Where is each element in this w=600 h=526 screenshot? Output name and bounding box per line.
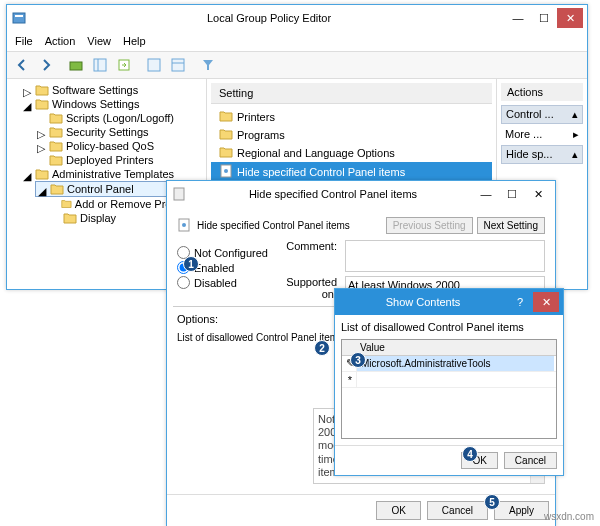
show-hide-tree-button[interactable] [89, 54, 111, 76]
back-button[interactable] [11, 54, 33, 76]
maximize-button[interactable]: ☐ [531, 8, 557, 28]
tree-label: Deployed Printers [66, 154, 153, 166]
expander-icon[interactable] [51, 214, 60, 223]
svg-rect-0 [13, 13, 25, 23]
tree-node[interactable]: ▷Security Settings [35, 125, 204, 139]
row-label: Programs [237, 129, 285, 141]
dialog-footer: OK Cancel [335, 445, 563, 475]
arrow-icon: ▸ [573, 128, 579, 141]
tree-node[interactable]: ◢Administrative Templates [21, 167, 204, 181]
values-grid[interactable]: Value ✎ Microsoft.AdministrativeTools * [341, 339, 557, 439]
close-button[interactable]: ✕ [525, 184, 551, 204]
tree-label: Control Panel [67, 183, 134, 195]
svg-point-13 [182, 223, 186, 227]
ok-button[interactable]: OK [376, 501, 420, 520]
new-marker-icon: * [344, 374, 356, 386]
grid-cell[interactable] [356, 372, 554, 387]
maximize-button[interactable]: ☐ [499, 184, 525, 204]
svg-point-10 [224, 169, 228, 173]
tree-node[interactable]: ▷Software Settings [21, 83, 204, 97]
grid-row[interactable]: ✎ Microsoft.AdministrativeTools [342, 356, 556, 372]
refresh-button[interactable] [143, 54, 165, 76]
cancel-button[interactable]: Cancel [427, 501, 488, 520]
up-button[interactable] [65, 54, 87, 76]
dialog-title: Hide specified Control Panel items [193, 188, 473, 200]
svg-rect-1 [15, 15, 23, 17]
svg-rect-3 [94, 59, 106, 71]
properties-button[interactable] [167, 54, 189, 76]
dialog-icon [171, 186, 187, 202]
menu-file[interactable]: File [15, 35, 33, 47]
expander-icon[interactable]: ▷ [37, 128, 46, 137]
minimize-button[interactable]: — [473, 184, 499, 204]
tree-node[interactable]: ▷Policy-based QoS [35, 139, 204, 153]
expander-icon[interactable]: ◢ [23, 100, 32, 109]
row-label: Hide specified Control Panel items [237, 166, 405, 178]
watermark: wsxdn.com [544, 511, 594, 522]
window-title: Local Group Policy Editor [33, 12, 505, 24]
settings-row[interactable]: Printers [211, 108, 492, 126]
tree-node[interactable]: ◢Windows Settings [21, 97, 204, 111]
action-label: More ... [505, 128, 542, 141]
titlebar: Hide specified Control Panel items — ☐ ✕ [167, 181, 555, 207]
tree-node[interactable]: Scripts (Logon/Logoff) [35, 111, 204, 125]
grid-row[interactable]: * [342, 372, 556, 388]
close-button[interactable]: ✕ [533, 292, 559, 312]
callout-5: 5 [484, 494, 500, 510]
expander-icon[interactable]: ◢ [38, 185, 47, 194]
svg-rect-11 [174, 188, 184, 200]
forward-button[interactable] [35, 54, 57, 76]
folder-icon [63, 212, 77, 224]
folder-icon [49, 140, 63, 152]
policy-name: Hide specified Control Panel items [197, 220, 350, 231]
expander-icon[interactable] [37, 114, 46, 123]
row-label: Regional and Language Options [237, 147, 395, 159]
previous-setting-button[interactable]: Previous Setting [386, 217, 473, 234]
help-button[interactable]: ? [507, 292, 533, 312]
svg-rect-6 [148, 59, 160, 71]
actions-header: Actions [501, 83, 583, 101]
radio-disabled[interactable]: Disabled [177, 276, 268, 289]
titlebar: Show Contents ? ✕ [335, 289, 563, 315]
tree-label: Security Settings [66, 126, 149, 138]
actions-item[interactable]: More ...▸ [501, 126, 583, 143]
callout-4: 4 [462, 446, 478, 462]
comment-textarea[interactable] [345, 240, 545, 272]
folder-icon [50, 183, 64, 195]
dialog-header-row: Hide specified Control Panel items Previ… [173, 213, 549, 238]
minimize-button[interactable]: — [505, 8, 531, 28]
apply-button[interactable]: Apply [494, 501, 549, 520]
grid-cell[interactable]: Microsoft.AdministrativeTools [356, 356, 554, 371]
export-button[interactable] [113, 54, 135, 76]
actions-item[interactable]: Hide sp...▴ [501, 145, 583, 164]
expander-icon[interactable] [51, 200, 58, 209]
settings-row[interactable]: Hide specified Control Panel items [211, 162, 492, 182]
tree-node[interactable]: Deployed Printers [35, 153, 204, 167]
row-icon [219, 164, 233, 180]
actions-item[interactable]: Control ...▴ [501, 105, 583, 124]
expander-icon[interactable]: ▷ [37, 142, 46, 151]
row-icon [219, 110, 233, 124]
expander-icon[interactable] [37, 156, 46, 165]
expander-icon[interactable]: ◢ [23, 170, 32, 179]
tree-label: Policy-based QoS [66, 140, 154, 152]
folder-icon [49, 126, 63, 138]
tree-label: Windows Settings [52, 98, 139, 110]
settings-row[interactable]: Regional and Language Options [211, 144, 492, 162]
expander-icon[interactable]: ▷ [23, 86, 32, 95]
titlebar: Local Group Policy Editor — ☐ ✕ [7, 5, 587, 31]
callout-3: 3 [350, 352, 366, 368]
folder-icon [35, 98, 49, 110]
folder-icon [49, 154, 63, 166]
menubar: File Action View Help [7, 31, 587, 51]
tree-label: Software Settings [52, 84, 138, 96]
next-setting-button[interactable]: Next Setting [477, 217, 545, 234]
menu-action[interactable]: Action [45, 35, 76, 47]
menu-help[interactable]: Help [123, 35, 146, 47]
settings-row[interactable]: Programs [211, 126, 492, 144]
filter-button[interactable] [197, 54, 219, 76]
policy-icon [177, 218, 191, 234]
close-button[interactable]: ✕ [557, 8, 583, 28]
cancel-button[interactable]: Cancel [504, 452, 557, 469]
menu-view[interactable]: View [87, 35, 111, 47]
